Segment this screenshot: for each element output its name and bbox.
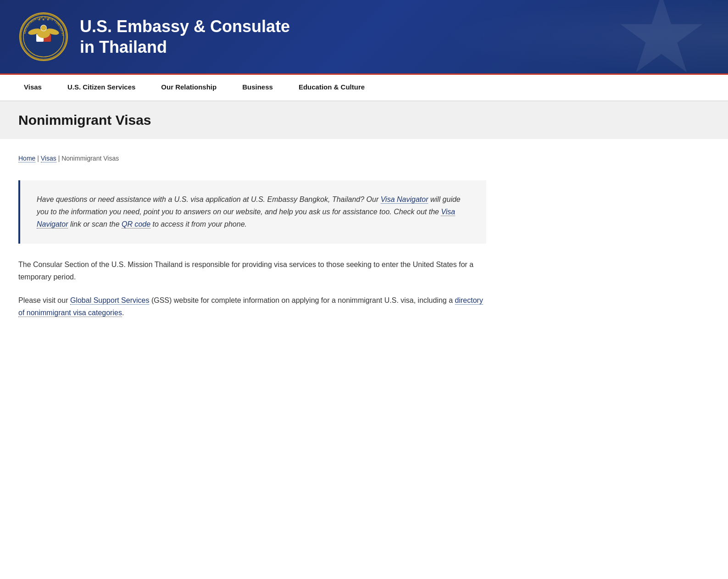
main-content: Home | Visas | Nonimmigrant Visas Have q… <box>0 139 505 348</box>
page-title: Nonimmigrant Visas <box>18 112 710 128</box>
nav-item-citizen-services[interactable]: U.S. Citizen Services <box>55 75 148 100</box>
header-title-block: U.S. Embassy & Consulate in Thailand <box>80 16 290 57</box>
nav-item-business[interactable]: Business <box>229 75 286 100</box>
body-p2-middle: (GSS) website for complete information o… <box>149 296 455 304</box>
main-navigation: Visas U.S. Citizen Services Our Relation… <box>0 73 728 101</box>
callout-text-before-link1: Have questions or need assistance with a… <box>37 195 381 203</box>
body-paragraph-1: The Consular Section of the U.S. Mission… <box>18 258 486 283</box>
qr-code-link[interactable]: QR code <box>122 220 150 228</box>
breadcrumb-home-link[interactable]: Home <box>18 155 35 162</box>
body-p2-end: . <box>122 309 124 317</box>
breadcrumb: Home | Visas | Nonimmigrant Visas <box>18 148 486 171</box>
site-header: ★ ★ ★ ★ DEPARTMENT OF STA <box>0 0 728 73</box>
gss-link[interactable]: Global Support Services <box>70 296 150 305</box>
visa-navigator-link-1[interactable]: Visa Navigator <box>381 195 428 204</box>
callout-text-end: to access it from your phone. <box>150 220 247 228</box>
body-p2-before: Please visit our <box>18 296 70 304</box>
nav-item-visas[interactable]: Visas <box>11 75 55 100</box>
header-title: U.S. Embassy & Consulate in Thailand <box>80 16 290 57</box>
breadcrumb-visas-link[interactable]: Visas <box>41 155 56 162</box>
callout-text-after-link2: link or scan the <box>68 220 122 228</box>
callout-box: Have questions or need assistance with a… <box>18 180 486 244</box>
header-watermark: ★ <box>618 0 700 73</box>
nav-item-education-culture[interactable]: Education & Culture <box>286 75 378 100</box>
nav-item-our-relationship[interactable]: Our Relationship <box>148 75 229 100</box>
embassy-seal: ★ ★ ★ DEPARTMENT OF STATE • UNITED STATE… <box>18 11 69 62</box>
svg-point-10 <box>41 25 46 31</box>
page-title-section: Nonimmigrant Visas <box>0 101 728 139</box>
body-paragraph-2: Please visit our Global Support Services… <box>18 294 486 319</box>
breadcrumb-current: Nonimmigrant Visas <box>61 155 119 162</box>
